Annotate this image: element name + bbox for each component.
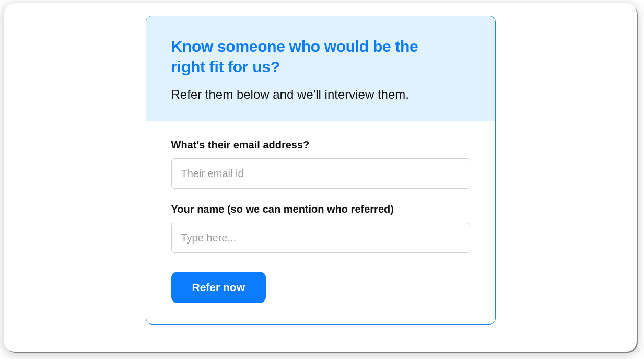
refer-now-button[interactable]: Refer now — [171, 272, 266, 303]
form-header: Know someone who would be the right fit … — [146, 16, 495, 121]
referrer-label: Your name (so we can mention who referre… — [171, 203, 470, 215]
form-body: What's their email address? Your name (s… — [146, 121, 495, 324]
referrer-name-input[interactable] — [171, 223, 470, 253]
page-card: Know someone who would be the right fit … — [4, 3, 637, 352]
form-subtitle: Refer them below and we'll interview the… — [171, 86, 470, 102]
referral-form-card: Know someone who would be the right fit … — [146, 16, 496, 325]
email-input[interactable] — [171, 158, 470, 189]
email-field-group: What's their email address? — [171, 139, 470, 189]
referrer-field-group: Your name (so we can mention who referre… — [171, 203, 470, 253]
form-title: Know someone who would be the right fit … — [171, 36, 443, 77]
email-label: What's their email address? — [171, 139, 470, 151]
